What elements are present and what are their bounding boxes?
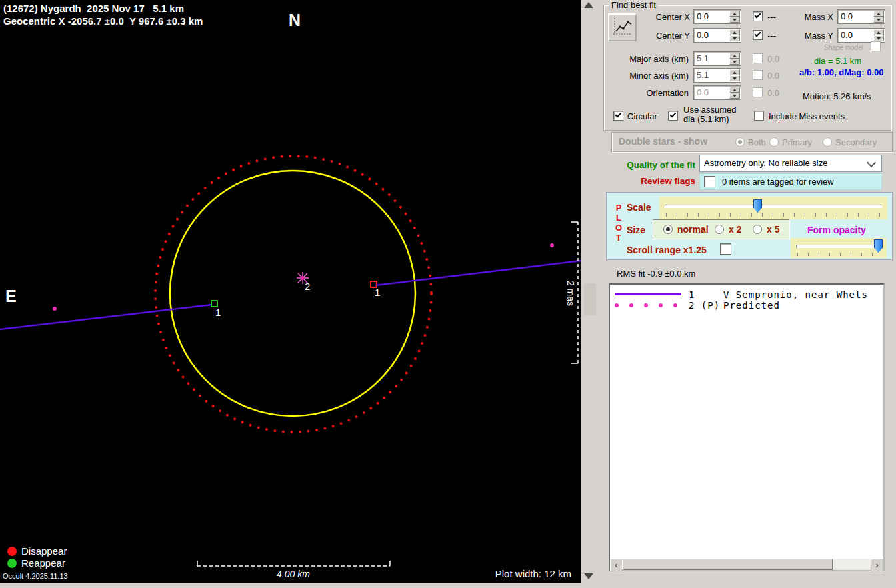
occult-window: 1 1 2 4.00 km xyxy=(0,0,896,588)
major-axis-down-icon[interactable] xyxy=(729,59,740,65)
quality-of-fit-select[interactable]: Astrometry only. No reliable size xyxy=(699,155,882,172)
plot-panel-label: PLOT xyxy=(612,203,623,243)
mass-y-label: Mass Y xyxy=(793,31,833,41)
form-opacity-groove[interactable] xyxy=(796,245,881,248)
predicted-point-west xyxy=(53,307,57,311)
major-axis-checkbox[interactable] xyxy=(753,53,763,63)
form-opacity-ticks xyxy=(797,253,880,256)
major-axis-spinner[interactable]: 5.1 xyxy=(693,51,741,66)
use-assumed-dia-checkbox[interactable] xyxy=(668,111,678,121)
mass-x-label: Mass X xyxy=(793,12,833,22)
double-primary-radio[interactable] xyxy=(769,137,779,147)
minor-axis-spinner[interactable]: 5.1 xyxy=(693,68,741,83)
size-x5-radio[interactable] xyxy=(753,225,762,234)
mass-y-up-icon[interactable] xyxy=(873,29,884,35)
orientation-value: 0.0 xyxy=(697,87,709,97)
scale-slider-thumb[interactable] xyxy=(753,199,762,213)
mass-x-spinner[interactable]: 0.0 xyxy=(837,9,885,24)
size-radio-group: normal x 2 x 5 xyxy=(653,219,790,239)
motion-readout: Motion: 5.26 km/s xyxy=(803,91,871,101)
vscroll-thumb[interactable] xyxy=(584,283,596,315)
mas-scale-label: 2 mas xyxy=(565,281,576,306)
observation-row[interactable]: 2 (P) Predicted xyxy=(610,299,883,311)
circular-checkbox[interactable] xyxy=(613,111,623,121)
center-x-down-icon[interactable] xyxy=(729,17,740,23)
minor-axis-up-icon[interactable] xyxy=(729,69,740,75)
find-best-fit-title: Find best fit xyxy=(609,0,658,10)
minor-axis-label: Minor axis (km) xyxy=(603,71,689,81)
fit-chart-icon xyxy=(611,16,634,37)
center-marker-label: 2 xyxy=(305,281,310,292)
orientation-checkbox[interactable] xyxy=(753,87,763,97)
observation-row[interactable]: 1 V Sempronio, near Whets xyxy=(610,289,883,300)
form-opacity-thumb[interactable] xyxy=(874,239,883,253)
size-label: Size xyxy=(627,225,645,235)
observation-id: 2 (P) xyxy=(689,300,720,311)
major-axis-value: 5.1 xyxy=(697,53,709,63)
minor-axis-checkbox[interactable] xyxy=(753,70,763,80)
list-scroll-right-icon[interactable]: › xyxy=(871,559,883,571)
shape-model-checkbox[interactable] xyxy=(871,41,881,51)
use-assumed-line2: dia (5.1 km) xyxy=(683,115,736,124)
center-x-spinner[interactable]: 0.0 xyxy=(693,9,741,24)
plot-canvas[interactable]: 1 1 2 4.00 km xyxy=(0,0,581,583)
center-y-up-icon[interactable] xyxy=(729,29,740,35)
plot-title-line2: Geocentric X -2056.7 ±0.0 Y 967.6 ±0.3 k… xyxy=(3,15,203,27)
center-y-value: 0.0 xyxy=(697,30,709,40)
scroll-up-icon[interactable] xyxy=(584,2,593,8)
observations-listbox[interactable]: 1 V Sempronio, near Whets 2 (P) Predicte… xyxy=(609,283,885,571)
reappear-marker-label: 1 xyxy=(215,307,221,318)
minor-axis-down-icon[interactable] xyxy=(729,75,740,81)
double-both-radio[interactable] xyxy=(735,137,745,147)
scroll-down-icon[interactable] xyxy=(584,573,593,579)
orientation-spinner[interactable]: 0.0 xyxy=(693,85,741,100)
minor-axis-err: 0.0 xyxy=(767,71,779,81)
quality-of-fit-value: Astrometry only. No reliable size xyxy=(704,158,827,168)
combo-chevron-icon[interactable] xyxy=(867,158,876,167)
list-hscroll-thumb[interactable] xyxy=(622,559,833,570)
center-y-label: Center Y xyxy=(637,31,690,41)
scale-bar xyxy=(197,561,390,566)
disappear-marker-label: 1 xyxy=(375,287,380,298)
mass-y-down-icon[interactable] xyxy=(873,35,884,41)
double-both-label: Both xyxy=(748,137,766,147)
scale-slider[interactable] xyxy=(659,197,887,219)
double-secondary-radio[interactable] xyxy=(823,137,832,147)
reappear-marker[interactable] xyxy=(211,301,217,307)
major-axis-up-icon[interactable] xyxy=(729,53,740,59)
center-y-down-icon[interactable] xyxy=(729,35,740,41)
size-x2-radio[interactable] xyxy=(715,225,724,234)
chord-line-east[interactable] xyxy=(375,261,581,285)
scroll-range-checkbox[interactable] xyxy=(720,243,731,255)
size-normal-radio[interactable] xyxy=(663,225,673,234)
review-flags-label: Review flags xyxy=(603,176,695,186)
mass-y-spinner[interactable]: 0.0 xyxy=(837,28,885,43)
list-hscrollbar[interactable]: ‹ › xyxy=(610,559,883,570)
orientation-up-icon[interactable] xyxy=(729,87,740,93)
center-x-up-icon[interactable] xyxy=(729,11,740,17)
form-vscroll[interactable] xyxy=(581,0,599,588)
run-best-fit-button[interactable] xyxy=(608,13,637,41)
chord-line-west[interactable] xyxy=(0,305,212,329)
list-scroll-left-icon[interactable]: ‹ xyxy=(610,559,623,571)
predicted-circle xyxy=(155,156,431,432)
review-flags-field: 0 items are tagged for review xyxy=(699,173,882,190)
center-x-value: 0.0 xyxy=(697,11,709,21)
occultation-plot[interactable]: 1 1 2 4.00 km xyxy=(0,0,581,583)
chord-line-swatch xyxy=(615,293,681,295)
form-opacity-slider[interactable] xyxy=(791,238,887,258)
center-x-checkbox[interactable] xyxy=(753,11,763,21)
center-y-spinner[interactable]: 0.0 xyxy=(693,28,741,43)
scale-slider-groove[interactable] xyxy=(665,205,882,208)
circular-label: Circular xyxy=(627,111,657,121)
double-primary-label: Primary xyxy=(782,137,812,147)
mass-x-down-icon[interactable] xyxy=(873,17,884,23)
center-y-checkbox[interactable] xyxy=(753,30,763,40)
review-flags-checkbox[interactable] xyxy=(704,176,715,187)
include-miss-checkbox[interactable] xyxy=(754,111,764,121)
orientation-down-icon[interactable] xyxy=(729,93,740,99)
observation-name: Predicted xyxy=(723,300,780,311)
center-x-flag: --- xyxy=(767,12,776,22)
observation-id: 1 xyxy=(689,289,695,300)
mass-x-up-icon[interactable] xyxy=(873,11,884,17)
